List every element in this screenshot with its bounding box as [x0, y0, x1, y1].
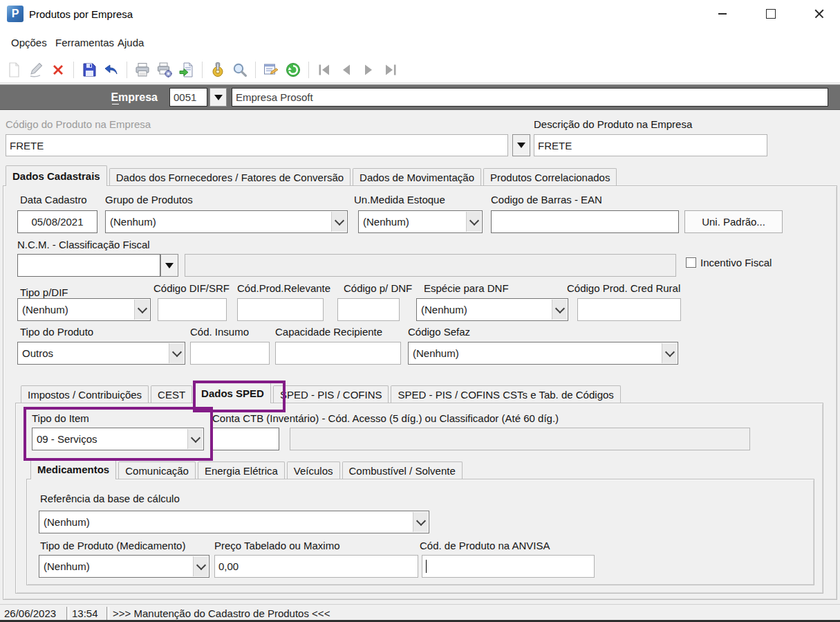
un-medida-select[interactable]: (Nenhum): [358, 210, 483, 233]
nav-next-button[interactable]: [357, 60, 380, 80]
cod-prod-relevante-input[interactable]: [237, 298, 324, 321]
sped-tabs: Impostos / Contribuições CEST Dados SPED…: [21, 383, 623, 403]
product-desc-label: Descrição do Produto na Empresa: [534, 118, 692, 130]
nav-previous-button[interactable]: [335, 60, 357, 80]
new-button[interactable]: [3, 60, 25, 80]
tab-veiculos[interactable]: Veículos: [287, 461, 340, 479]
nav-last-button[interactable]: [380, 60, 402, 80]
grupo-produtos-select[interactable]: (Nenhum): [105, 210, 348, 233]
delete-button[interactable]: [47, 60, 69, 80]
cod-insumo-input[interactable]: [190, 342, 270, 365]
nav-first-button[interactable]: [313, 60, 335, 80]
save-button[interactable]: [78, 60, 100, 80]
preco-tabelado-input[interactable]: 0,00: [214, 555, 418, 578]
data-cadastro-value: 05/08/2021: [31, 216, 83, 228]
text-caret: [426, 560, 427, 573]
conta-ctb-code-input[interactable]: [212, 428, 279, 450]
anvisa-input[interactable]: [422, 555, 595, 578]
codigo-dnf-input[interactable]: [337, 298, 400, 321]
chevron-down-icon[interactable]: [662, 343, 677, 363]
chevron-down-icon[interactable]: [134, 300, 149, 320]
close-button[interactable]: [803, 0, 835, 28]
tab-dados-fornecedores[interactable]: Dados dos Fornecedores / Fatores de Conv…: [109, 168, 351, 185]
search-button[interactable]: [229, 60, 251, 80]
product-code-value: FRETE: [10, 140, 44, 152]
tipo-item-select[interactable]: 09 - Serviços: [32, 428, 204, 450]
tab-sped-pis-cofins[interactable]: SPED - PIS / COFINS: [273, 385, 389, 403]
dropdown-triangle-icon: [165, 263, 174, 268]
capacidade-input[interactable]: [275, 342, 401, 365]
product-code-input[interactable]: FRETE: [6, 134, 508, 156]
referencia-base-select[interactable]: (Nenhum): [39, 511, 429, 533]
print-button[interactable]: [131, 60, 153, 80]
cred-rural-input[interactable]: [577, 298, 681, 321]
tools-button[interactable]: [207, 60, 229, 80]
especie-dnf-select[interactable]: (Nenhum): [416, 298, 568, 321]
un-medida-label: Un.Medida Estoque: [354, 194, 445, 205]
tab-combustivel-solvente[interactable]: Combustível / Solvente: [342, 461, 463, 479]
chevron-down-icon[interactable]: [552, 300, 567, 320]
grupo-produtos-label: Grupo de Produtos: [105, 194, 193, 205]
codigo-dif-label: Código DIF/SRF: [153, 282, 230, 294]
tab-produtos-correlacionados[interactable]: Produtos Correlacionados: [483, 168, 617, 185]
conta-ctb-label: Conta CTB (Inventário) - Cód. Acesso (5 …: [212, 412, 559, 424]
referencia-base-label: Referência da base de cálculo: [40, 493, 180, 504]
menu-ajuda[interactable]: Ajuda: [116, 28, 145, 57]
menu-opcoes[interactable]: Opções: [10, 28, 48, 57]
properties-button[interactable]: [260, 60, 282, 80]
undo-button[interactable]: [100, 60, 122, 80]
chevron-down-icon[interactable]: [413, 512, 428, 532]
ncm-description-field: [185, 254, 676, 277]
edit-button[interactable]: [25, 60, 47, 80]
app-window: P Produtos por Empresa Opções Ferramenta…: [0, 0, 840, 622]
conta-ctb-classificador-field: [290, 428, 750, 450]
tab-energia-eletrica[interactable]: Energia Elétrica: [198, 461, 285, 479]
tab-cest[interactable]: CEST: [151, 385, 192, 403]
tab-impostos-contribuicoes[interactable]: Impostos / Contribuições: [21, 385, 149, 403]
chevron-down-icon[interactable]: [187, 429, 203, 449]
incentivo-fiscal-checkbox[interactable]: [686, 257, 696, 268]
toolbar-separator: [127, 62, 127, 78]
codigo-sefaz-select[interactable]: (Nenhum): [408, 342, 678, 365]
uni-padrao-button[interactable]: Uni. Padrão...: [684, 210, 783, 233]
product-code-dropdown-button[interactable]: [512, 134, 530, 156]
empresa-name-value: Empresa Prosoft: [236, 91, 313, 103]
export-page-icon: [178, 62, 195, 78]
empresa-dropdown-button[interactable]: [209, 88, 227, 107]
chevron-down-icon[interactable]: [466, 212, 481, 232]
tab-comunicacao[interactable]: Comunicação: [118, 461, 196, 479]
print-settings-button[interactable]: [153, 60, 176, 80]
tab-medicamentos[interactable]: Medicamentos: [30, 459, 116, 479]
codigo-dif-input[interactable]: [158, 298, 227, 321]
tipo-dif-select[interactable]: (Nenhum): [17, 298, 151, 321]
save-icon: [81, 62, 97, 78]
tipo-produto-select[interactable]: Outros: [17, 342, 185, 365]
menu-ferramentas[interactable]: Ferramentas: [54, 28, 115, 57]
nav-previous-icon: [338, 62, 355, 78]
tipo-medicamento-select[interactable]: (Nenhum): [39, 555, 209, 578]
maximize-icon: [766, 9, 776, 19]
ean-input[interactable]: [491, 210, 679, 233]
menu-bar: Opções Ferramentas Ajuda: [0, 28, 840, 57]
tab-dados-sped[interactable]: Dados SPED: [194, 383, 271, 403]
ncm-input[interactable]: [17, 254, 160, 277]
ncm-dropdown-button[interactable]: [160, 254, 178, 277]
tab-dados-movimentacao[interactable]: Dados de Movimentação: [353, 168, 481, 185]
export-button[interactable]: [176, 60, 198, 80]
empresa-accelerator-underline: [112, 104, 119, 104]
empresa-name-field[interactable]: Empresa Prosoft: [232, 88, 828, 107]
maximize-button[interactable]: [755, 0, 787, 28]
chevron-down-icon[interactable]: [193, 556, 208, 576]
toolbar-separator: [73, 62, 74, 78]
un-medida-value: (Nenhum): [363, 216, 409, 228]
chevron-down-icon[interactable]: [169, 343, 184, 363]
empresa-code-input[interactable]: 0051: [169, 88, 207, 107]
product-desc-input[interactable]: FRETE: [534, 134, 767, 156]
minimize-button[interactable]: [707, 0, 738, 28]
tab-dados-cadastrais[interactable]: Dados Cadastrais: [6, 165, 107, 185]
codigo-dnf-label: Código p/ DNF: [344, 282, 412, 294]
refresh-button[interactable]: [282, 60, 304, 80]
data-cadastro-input[interactable]: 05/08/2021: [17, 210, 97, 233]
chevron-down-icon[interactable]: [331, 212, 346, 232]
tab-sped-pis-cofins-csts[interactable]: SPED - PIS / COFINS CSTs e Tab. de Códig…: [391, 385, 620, 403]
